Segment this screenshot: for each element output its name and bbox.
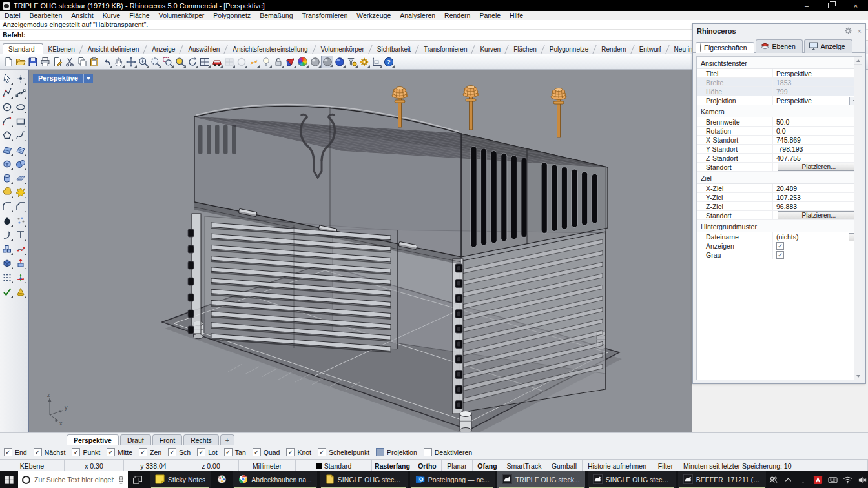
osnap-zen[interactable]: ✓Zen — [139, 448, 161, 456]
edit-points-icon[interactable] — [14, 242, 27, 256]
property-value[interactable]: Perspektive — [773, 69, 862, 77]
menu-item-transformieren[interactable]: Transformieren — [298, 11, 353, 20]
help-icon[interactable]: ? — [382, 56, 395, 68]
osnap-n-chst[interactable]: ✓Nächst — [34, 448, 66, 456]
check-icon[interactable] — [1, 285, 14, 299]
menu-item-fl-che[interactable]: Fläche — [125, 11, 154, 20]
close-button[interactable]: × — [843, 0, 868, 11]
checkbox-anzeigen[interactable]: ✓ — [776, 242, 784, 250]
rectangle-icon[interactable] — [14, 114, 27, 128]
menu-item-datei[interactable]: Datei — [0, 11, 25, 20]
explode-icon[interactable] — [14, 185, 27, 199]
menu-item-bearbeiten[interactable]: Bearbeiten — [25, 11, 67, 20]
osnap-punkt[interactable]: ✓Punkt — [72, 448, 100, 456]
panel-close-icon[interactable]: × — [858, 27, 862, 35]
checkbox-knot[interactable]: ✓ — [286, 448, 294, 456]
viewport-tab-front[interactable]: Front — [152, 434, 183, 445]
sphere-blue-icon[interactable] — [333, 56, 346, 68]
freeform-curve-icon[interactable] — [14, 128, 27, 143]
boolean-union-icon[interactable] — [1, 185, 14, 199]
wifi-icon[interactable] — [843, 474, 853, 485]
menu-item-analysieren[interactable]: Analysieren — [395, 11, 440, 20]
surface-patch-icon[interactable] — [14, 143, 27, 157]
property-value[interactable]: 20.489 — [773, 184, 862, 192]
toolbar-tab-fl-chen[interactable]: Flächen — [508, 44, 544, 54]
viewport-tab-drauf[interactable]: Drauf — [120, 434, 151, 445]
osnap-knot[interactable]: ✓Knot — [286, 448, 311, 456]
ghost-circle-icon[interactable] — [235, 56, 247, 68]
volume-muted-icon[interactable] — [858, 474, 868, 485]
taskbar-app-abdeckhauben-na-2[interactable]: Abdeckhauben na... — [233, 471, 316, 488]
surface-3pt-icon[interactable] — [1, 143, 14, 157]
panel-scrollbar[interactable] — [854, 57, 862, 380]
checkbox-punkt[interactable]: ✓ — [72, 448, 80, 456]
shaded-box-icon[interactable] — [1, 256, 14, 270]
menu-item-polygonnetz[interactable]: Polygonnetz — [209, 11, 255, 20]
property-value[interactable]: Platzieren... — [773, 211, 862, 219]
taskbar-app-palette-icon-1[interactable] — [213, 471, 231, 488]
chevron-down-icon[interactable] — [83, 74, 93, 83]
keyboard-icon[interactable] — [828, 474, 838, 485]
checkbox-sch[interactable]: ✓ — [168, 448, 176, 456]
checkbox-mitte[interactable]: ✓ — [107, 448, 115, 456]
phone-icon[interactable] — [798, 474, 809, 485]
cylinder-icon[interactable] — [1, 171, 14, 185]
viewport-title-dropdown[interactable]: Perspektive — [33, 74, 93, 83]
property-value[interactable]: ✓ — [773, 250, 862, 259]
property-value[interactable]: 96.883 — [773, 202, 862, 210]
menu-item-ansicht[interactable]: Ansicht — [67, 11, 98, 20]
osnap-end[interactable]: ✓End — [4, 448, 27, 456]
display-mode-icon[interactable] — [284, 56, 296, 68]
red-app-icon[interactable] — [813, 474, 823, 485]
status-ofang[interactable]: Ofang — [473, 460, 502, 472]
status-gumball[interactable]: Gumball — [546, 460, 583, 472]
checkbox-zen[interactable]: ✓ — [139, 448, 147, 456]
osnap-sch[interactable]: ✓Sch — [168, 448, 191, 456]
osnap-projektion[interactable]: Projektion — [376, 448, 417, 456]
toolbar-tab-volumenk-rper[interactable]: Volumenkörper — [316, 44, 372, 54]
sphere-gray-icon[interactable] — [309, 56, 321, 68]
toolbar-tab-polygonnetze[interactable]: Polygonnetze — [544, 44, 597, 54]
status-ortho[interactable]: Ortho — [413, 460, 442, 472]
chevron-up-icon[interactable] — [783, 474, 794, 485]
checkbox-scheitelpunkt[interactable]: ✓ — [318, 448, 326, 456]
lock-icon[interactable] — [272, 56, 284, 68]
menu-item-volumenk-rper[interactable]: Volumenkörper — [154, 11, 209, 20]
mesh-plane-icon[interactable] — [14, 171, 27, 185]
taskbar-app-beefer-171211-14-7[interactable]: BEEFER_171211 (14... — [678, 471, 766, 488]
start-button[interactable] — [0, 471, 18, 488]
property-value[interactable]: ✓ — [773, 241, 862, 250]
toolbar-tab-kurven[interactable]: Kurven — [475, 44, 508, 54]
node-edit-icon[interactable] — [247, 56, 260, 68]
menu-item-bema-ung[interactable]: Bemaßung — [255, 11, 297, 20]
property-value[interactable]: -798.193 — [773, 145, 862, 153]
taskbar-app-single-ohg-steck-3[interactable]: SINGLE OHG steck... — [320, 471, 408, 488]
named-view-car-icon[interactable] — [211, 56, 223, 68]
toolbar-tab-standard[interactable]: Standard — [3, 43, 43, 54]
taskbar-app-single-ohg-steck-6[interactable]: SINGLE OHG steck... — [588, 471, 676, 488]
platzieren-button[interactable]: Platzieren... — [778, 163, 860, 171]
polygon-icon[interactable] — [1, 128, 14, 143]
taskbar-search-box[interactable]: Zur Suche Text hier eingeben — [18, 471, 128, 488]
osnap-tan[interactable]: ✓Tan — [224, 448, 246, 456]
osnap-quad[interactable]: ✓Quad — [253, 448, 280, 456]
property-value[interactable]: 107.253 — [773, 193, 862, 201]
toolbar-tab-entwurf[interactable]: Entwurf — [634, 44, 669, 54]
zoom-icon[interactable] — [137, 56, 149, 68]
minimize-button[interactable]: – — [794, 0, 819, 11]
text-icon[interactable] — [14, 228, 27, 242]
save-icon[interactable] — [26, 56, 39, 68]
property-value[interactable]: 745.869 — [773, 136, 862, 144]
single-point-icon[interactable] — [14, 72, 27, 86]
property-value[interactable]: 0.0 — [773, 127, 862, 135]
box-icon[interactable] — [1, 157, 14, 171]
checkbox-deaktivieren[interactable] — [424, 448, 432, 456]
panel-tab-eigenschaften[interactable]: Eigenschaften — [696, 42, 754, 53]
cone-icon[interactable] — [14, 285, 27, 299]
taskbar-app-sticky-notes-0[interactable]: Sticky Notes — [150, 471, 211, 488]
toolbar-tab-anzeige[interactable]: Anzeige — [147, 44, 183, 54]
cplane-axes-icon[interactable] — [370, 56, 382, 68]
checkbox-grau[interactable]: ✓ — [776, 251, 784, 259]
select-cursor-icon[interactable] — [1, 72, 14, 86]
dot-grid-icon[interactable] — [1, 270, 14, 285]
